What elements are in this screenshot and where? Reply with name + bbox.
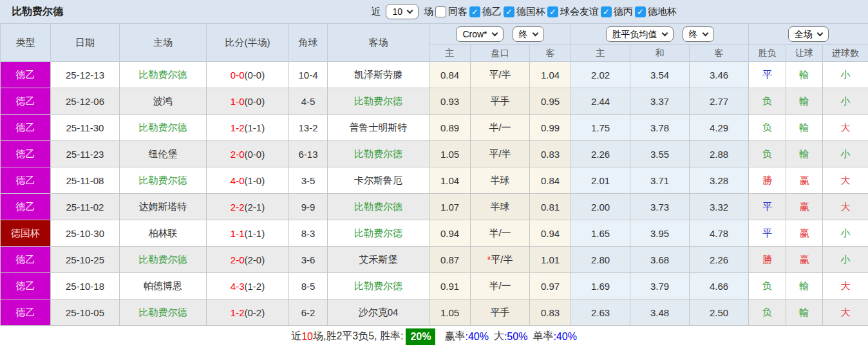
league-checkbox[interactable]: ✓ [504, 6, 514, 17]
avg-home-cell: 2.01 [571, 167, 630, 194]
date-cell: 25-12-13 [51, 62, 120, 88]
goals-result-cell: 小 [823, 247, 868, 273]
avg-draw-cell: 3.54 [630, 62, 690, 88]
corner-cell: 4-5 [289, 88, 328, 115]
match-scope-select[interactable]: 全场 [788, 26, 829, 42]
score-cell: 2-0(2-0) [207, 247, 289, 273]
odds-home-cell: 0.91 [429, 273, 471, 299]
bookmaker-select[interactable]: Crow* [456, 26, 503, 42]
goals-result-cell: 小 [823, 62, 868, 88]
type-cell: 德乙 [1, 167, 51, 194]
away-cell: 比勒费尔德 [328, 194, 429, 220]
odds-home-cell: 1.05 [429, 299, 471, 326]
match-row: 德国杯25-10-30柏林联1-1(1-1)8-3比勒费尔德0.94半/一0.9… [1, 220, 868, 247]
match-row: 德乙25-11-02达姆斯塔特2-2(2-1)9-9比勒费尔德1.07半球0.8… [1, 194, 868, 220]
odds-away-cell: 0.94 [530, 220, 571, 247]
top-bar: 比勒费尔德 近 10 场 同客 ✓德乙✓德国杯✓球会友谊✓德丙✓德地杯 [0, 0, 868, 23]
score-cell: 1-0(0-0) [207, 88, 289, 115]
league-checkbox[interactable]: ✓ [469, 6, 480, 17]
odds-time-select[interactable]: 终 [513, 26, 544, 42]
home-cell: 帕德博恩 [120, 273, 207, 299]
goals-result-cell: 大 [823, 194, 868, 220]
same-away-checkbox[interactable] [435, 6, 446, 17]
match-history-table: 类型 日期 主场 比分(半场) 角球 客场 Crow* 终 [0, 23, 868, 326]
away-cell: 比勒费尔德 [328, 220, 429, 247]
page-title: 比勒费尔德 [0, 5, 63, 19]
league-checkbox-label: 德丙 [614, 6, 633, 18]
win-rate-badge: 20% [406, 328, 435, 345]
summary-prefix: 近 [291, 330, 301, 343]
col-header-score: 比分(半场) [207, 24, 289, 62]
subcol-odds-home: 主 [429, 45, 471, 62]
date-cell: 25-12-06 [51, 88, 120, 115]
handicap-result-cell: 輸 [786, 273, 823, 299]
avg-draw-cell: 3.79 [630, 273, 690, 299]
chevron-down-icon [407, 7, 413, 14]
away-cell: 比勒费尔德 [328, 88, 429, 115]
avg-draw-cell: 3.71 [630, 167, 690, 194]
subcol-odds-away: 客 [530, 45, 571, 62]
avg-home-cell: 2.80 [571, 247, 630, 273]
chevron-down-icon [532, 30, 538, 36]
avg-draw-cell: 3.78 [630, 115, 690, 141]
away-cell: 艾禾斯堡 [328, 247, 429, 273]
date-cell: 25-10-25 [51, 247, 120, 273]
league-checkbox[interactable]: ✓ [547, 6, 558, 17]
odds-group-header: Crow* 终 [429, 24, 571, 45]
col-header-home: 主场 [120, 24, 207, 62]
handicap-result-cell: 輸 [786, 141, 823, 167]
summary-count: 10 [301, 331, 313, 343]
corner-cell: 10-4 [289, 62, 328, 88]
league-checkbox[interactable]: ✓ [635, 6, 646, 17]
single-rate-label: 单率 [533, 330, 553, 343]
avg-away-cell: 2.50 [690, 299, 749, 326]
handicap-result-cell: 赢 [786, 220, 823, 247]
odds-line-cell: 半/一 [471, 273, 530, 299]
odds-home-cell: 0.84 [429, 62, 471, 88]
avg-away-cell: 3.46 [690, 62, 749, 88]
date-cell: 25-11-30 [51, 115, 120, 141]
goals-result-cell: 大 [823, 115, 868, 141]
odds-away-cell: 1.04 [530, 62, 571, 88]
col-header-corners: 角球 [289, 24, 328, 62]
handicap-result-cell: 輸 [786, 62, 823, 88]
avg-home-cell: 2.63 [571, 299, 630, 326]
result-cell: 负 [749, 88, 786, 115]
corner-cell: 13-2 [289, 115, 328, 141]
score-cell: 4-3(1-2) [207, 273, 289, 299]
corner-cell: 9-9 [289, 194, 328, 220]
chevron-down-icon [817, 30, 824, 36]
avg-home-cell: 2.00 [571, 194, 630, 220]
date-cell: 25-10-05 [51, 299, 120, 326]
away-cell: 比勒费尔德 [328, 141, 429, 167]
result-cell: 负 [749, 115, 786, 141]
league-checkbox[interactable]: ✓ [601, 6, 612, 17]
odds-away-cell: 0.84 [530, 167, 571, 194]
recent-count-select[interactable]: 10 [386, 4, 419, 19]
odds-away-cell: 0.83 [530, 299, 571, 326]
type-cell: 德乙 [1, 88, 51, 115]
goals-result-cell: 大 [823, 167, 868, 194]
goals-result-cell: 小 [823, 220, 868, 247]
result-group-header: 全场 [749, 24, 868, 45]
avg-time-select[interactable]: 终 [683, 26, 714, 42]
odds-line-cell: 平手 [471, 88, 530, 115]
handicap-result-cell: 赢 [786, 194, 823, 220]
big-label: 大 [494, 330, 504, 343]
chevron-down-icon [702, 30, 708, 36]
home-cell: 比勒费尔德 [120, 115, 207, 141]
odds-away-cell: 0.99 [530, 115, 571, 141]
win-odds-value: :40% [465, 331, 488, 343]
corner-cell: 3-6 [289, 247, 328, 273]
odds-line-cell: 平手 [471, 299, 530, 326]
date-cell: 25-11-23 [51, 141, 120, 167]
match-row: 德乙25-10-18帕德博恩4-3(1-2)8-5比勒费尔德0.91半/一0.9… [1, 273, 868, 299]
match-row: 德乙25-12-13比勒费尔德0-0(0-0)10-4凯泽斯劳滕0.84平/半1… [1, 62, 868, 88]
corner-cell: 8-5 [289, 273, 328, 299]
score-cell: 0-0(0-0) [207, 62, 289, 88]
avg-type-select[interactable]: 胜平负均值 [606, 26, 674, 42]
score-cell: 1-2(1-1) [207, 115, 289, 141]
odds-home-cell: 0.93 [429, 88, 471, 115]
odds-home-cell: 0.87 [429, 247, 471, 273]
home-cell: 比勒费尔德 [120, 247, 207, 273]
